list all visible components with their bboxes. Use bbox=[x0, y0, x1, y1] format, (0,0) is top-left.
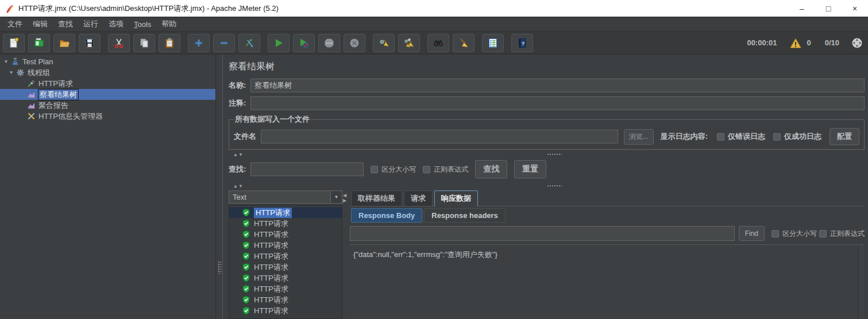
result-item[interactable]: HTTP请求 bbox=[229, 207, 342, 218]
browse-button[interactable]: 浏览... bbox=[624, 129, 654, 145]
regex-checkbox[interactable] bbox=[423, 166, 430, 173]
response-body-panel[interactable]: {"data":null,"err":1,"errmsg":"查询用户失败"} bbox=[350, 244, 865, 319]
save-button[interactable] bbox=[79, 34, 101, 52]
tree-node-thread-group[interactable]: ▼ 线程组 bbox=[0, 67, 215, 78]
search-row: 查找: 区分大小写 正则表达式 查找 重置 bbox=[229, 159, 865, 180]
toolbar-file-group bbox=[3, 34, 101, 52]
tab-response-data[interactable]: 响应数据 bbox=[434, 190, 478, 207]
result-item[interactable]: HTTP请求 bbox=[229, 240, 342, 251]
collapse-all-button[interactable] bbox=[213, 34, 235, 52]
clear-all-button[interactable] bbox=[398, 34, 420, 52]
start-button[interactable] bbox=[268, 34, 290, 52]
reset-button[interactable]: 重置 bbox=[514, 160, 546, 178]
menu-edit[interactable]: 编辑 bbox=[28, 17, 53, 31]
tree-node-test-plan[interactable]: ▼ Test Plan bbox=[0, 56, 215, 67]
expand-all-button[interactable] bbox=[188, 34, 210, 52]
function-helper-button[interactable] bbox=[482, 34, 504, 52]
shield-ok-icon bbox=[242, 208, 250, 217]
open-button[interactable] bbox=[53, 34, 75, 52]
toggle-button[interactable] bbox=[238, 34, 260, 52]
success-only-checkbox[interactable] bbox=[773, 133, 781, 141]
result-item[interactable]: HTTP请求 bbox=[229, 273, 342, 283]
horizontal-splitter[interactable]: ▲▼ bbox=[229, 182, 865, 189]
splitter-collapse-icon[interactable]: ▲▼ bbox=[233, 152, 244, 157]
stop-button[interactable]: STOP bbox=[318, 34, 340, 52]
help-button[interactable]: ? bbox=[511, 34, 533, 52]
name-label: 名称: bbox=[229, 80, 246, 91]
tree-node-header-manager[interactable]: HTTP信息头管理器 bbox=[0, 111, 215, 122]
expander-icon[interactable]: ▼ bbox=[8, 70, 14, 75]
menu-options[interactable]: 选项 bbox=[103, 17, 129, 31]
test-plan-tree: ▼ Test Plan ▼ 线程组 HTTP请求 察看结果树 聚合报告 HTTP… bbox=[0, 55, 215, 319]
menu-file[interactable]: 文件 bbox=[2, 17, 28, 31]
result-item[interactable]: HTTP请求 bbox=[229, 218, 342, 229]
log-display-label: 显示日志内容: bbox=[661, 131, 708, 142]
vertical-scrollbar[interactable] bbox=[858, 245, 865, 319]
window-controls: – □ × bbox=[789, 0, 868, 17]
result-item[interactable]: HTTP请求 bbox=[229, 262, 342, 273]
name-input[interactable] bbox=[250, 79, 865, 92]
tree-node-http-request[interactable]: HTTP请求 bbox=[0, 78, 215, 89]
splitter-collapse-icon[interactable]: ▲▼ bbox=[233, 184, 244, 189]
find-button[interactable]: 查找 bbox=[475, 160, 507, 178]
renderer-value: Text bbox=[229, 193, 330, 201]
horizontal-splitter[interactable]: ▲▼ bbox=[229, 151, 865, 158]
shutdown-button[interactable] bbox=[344, 34, 365, 52]
minimize-button[interactable]: – bbox=[789, 0, 815, 17]
result-item[interactable]: HTTP请求 bbox=[229, 251, 342, 262]
splitter-grip[interactable] bbox=[547, 185, 562, 188]
menu-search[interactable]: 查找 bbox=[53, 17, 78, 31]
result-item[interactable]: HTTP请求 bbox=[229, 229, 342, 240]
test-plan-icon bbox=[10, 57, 20, 66]
toolbar-status: 00:00:01 0 0/10 bbox=[747, 37, 863, 49]
filename-input[interactable] bbox=[261, 130, 618, 143]
errors-only-checkbox[interactable] bbox=[717, 133, 724, 141]
tree-node-view-results-tree[interactable]: 察看结果树 bbox=[0, 89, 215, 100]
remote-status-icon bbox=[851, 37, 863, 49]
splitter-collapse-icon[interactable]: ◀▶ bbox=[343, 193, 346, 203]
tab-sampler-result[interactable]: 取样器结果 bbox=[351, 190, 402, 206]
renderer-select[interactable]: Text ▼ bbox=[229, 190, 342, 204]
response-find-button[interactable]: Find bbox=[739, 226, 765, 241]
clear-search-button[interactable] bbox=[453, 34, 474, 52]
chevron-down-icon[interactable]: ▼ bbox=[330, 191, 342, 203]
configure-button[interactable]: 配置 bbox=[830, 128, 859, 145]
response-search-input[interactable] bbox=[350, 226, 735, 241]
result-item[interactable]: HTTP请求 bbox=[229, 294, 342, 305]
templates-button[interactable] bbox=[28, 34, 50, 52]
search-input[interactable] bbox=[250, 162, 364, 176]
menu-help[interactable]: 帮助 bbox=[156, 17, 182, 31]
copy-button[interactable] bbox=[133, 34, 155, 52]
response-regex-checkbox[interactable] bbox=[819, 230, 827, 238]
results-splitter[interactable]: ◀▶ bbox=[342, 190, 350, 319]
tab-request[interactable]: 请求 bbox=[404, 190, 433, 206]
content: ▼ Test Plan ▼ 线程组 HTTP请求 察看结果树 聚合报告 HTTP… bbox=[0, 55, 868, 319]
result-item[interactable]: HTTP请求 bbox=[229, 305, 342, 316]
start-no-pauses-button[interactable] bbox=[293, 34, 315, 52]
tree-splitter[interactable] bbox=[215, 55, 223, 319]
case-sensitive-checkbox[interactable] bbox=[371, 166, 378, 173]
warning-count[interactable]: 0 bbox=[807, 38, 811, 47]
shield-ok-icon bbox=[242, 241, 250, 250]
tab-response-body[interactable]: Response Body bbox=[351, 208, 422, 223]
new-file-button[interactable] bbox=[3, 34, 25, 52]
tree-node-aggregate-report[interactable]: 聚合报告 bbox=[0, 100, 215, 111]
comment-input[interactable] bbox=[250, 96, 865, 110]
clear-button[interactable] bbox=[373, 34, 395, 52]
cut-button[interactable] bbox=[108, 34, 130, 52]
response-case-checkbox[interactable] bbox=[771, 230, 779, 238]
paste-button[interactable] bbox=[159, 34, 180, 52]
expander-icon[interactable]: ▼ bbox=[3, 59, 9, 64]
splitter-grip[interactable] bbox=[547, 153, 562, 156]
splitter-grip[interactable] bbox=[218, 261, 221, 274]
main-panel: 察看结果树 名称: 注释: 所有数据写入一个文件 文件名 浏览... 显示日志内… bbox=[223, 55, 868, 319]
close-button[interactable]: × bbox=[842, 0, 868, 17]
result-item[interactable]: HTTP请求 bbox=[229, 283, 342, 294]
maximize-button[interactable]: □ bbox=[815, 0, 842, 17]
menu-tools[interactable]: Tools bbox=[129, 18, 156, 30]
menu-run[interactable]: 运行 bbox=[78, 17, 103, 31]
warning-icon[interactable] bbox=[789, 37, 802, 49]
search-button[interactable] bbox=[427, 34, 449, 52]
tab-response-headers[interactable]: Response headers bbox=[424, 208, 506, 223]
shield-ok-icon bbox=[242, 263, 250, 271]
